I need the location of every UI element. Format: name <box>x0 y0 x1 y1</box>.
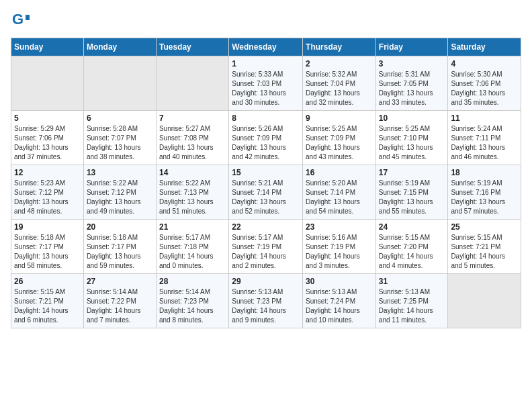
day-info: Sunrise: 5:26 AM Sunset: 7:09 PM Dayligh… <box>232 124 300 162</box>
day-number: 18 <box>451 168 518 177</box>
calendar-cell: 7Sunrise: 5:27 AM Sunset: 7:08 PM Daylig… <box>156 111 228 165</box>
calendar-cell: 16Sunrise: 5:20 AM Sunset: 7:14 PM Dayli… <box>303 165 376 220</box>
day-number: 12 <box>14 168 81 177</box>
day-number: 19 <box>14 222 81 232</box>
calendar-cell: 14Sunrise: 5:22 AM Sunset: 7:13 PM Dayli… <box>156 165 228 220</box>
calendar-cell: 25Sunrise: 5:15 AM Sunset: 7:21 PM Dayli… <box>448 220 521 274</box>
day-number: 29 <box>232 277 300 286</box>
day-number: 26 <box>14 277 81 286</box>
calendar-cell: 11Sunrise: 5:24 AM Sunset: 7:11 PM Dayli… <box>448 111 521 165</box>
day-info: Sunrise: 5:28 AM Sunset: 7:07 PM Dayligh… <box>87 124 153 162</box>
day-header-tuesday: Tuesday <box>156 38 228 56</box>
calendar-cell: 30Sunrise: 5:13 AM Sunset: 7:24 PM Dayli… <box>303 274 376 328</box>
day-info: Sunrise: 5:22 AM Sunset: 7:13 PM Dayligh… <box>159 179 226 216</box>
calendar-cell: 10Sunrise: 5:25 AM Sunset: 7:10 PM Dayli… <box>375 111 448 165</box>
day-info: Sunrise: 5:18 AM Sunset: 7:17 PM Dayligh… <box>14 233 81 271</box>
day-number: 30 <box>306 277 373 286</box>
day-number: 21 <box>159 222 226 232</box>
day-number: 9 <box>306 113 373 123</box>
day-number: 22 <box>232 222 300 232</box>
day-number: 5 <box>14 113 81 123</box>
calendar-cell: 31Sunrise: 5:13 AM Sunset: 7:25 PM Dayli… <box>375 274 448 328</box>
day-info: Sunrise: 5:18 AM Sunset: 7:17 PM Dayligh… <box>87 233 153 271</box>
day-number: 28 <box>159 277 226 286</box>
day-number: 17 <box>379 168 445 177</box>
calendar-cell: 9Sunrise: 5:25 AM Sunset: 7:09 PM Daylig… <box>303 111 376 165</box>
day-header-monday: Monday <box>83 38 156 56</box>
day-number: 13 <box>87 168 153 177</box>
day-info: Sunrise: 5:17 AM Sunset: 7:18 PM Dayligh… <box>159 233 226 271</box>
calendar-cell: 15Sunrise: 5:21 AM Sunset: 7:14 PM Dayli… <box>229 165 303 220</box>
day-info: Sunrise: 5:16 AM Sunset: 7:19 PM Dayligh… <box>306 233 373 271</box>
day-number: 24 <box>379 222 445 232</box>
calendar-cell: 28Sunrise: 5:14 AM Sunset: 7:23 PM Dayli… <box>156 274 228 328</box>
day-number: 25 <box>451 222 518 232</box>
day-number: 10 <box>379 113 445 123</box>
day-info: Sunrise: 5:25 AM Sunset: 7:09 PM Dayligh… <box>306 124 373 162</box>
day-number: 20 <box>87 222 153 232</box>
day-info: Sunrise: 5:23 AM Sunset: 7:12 PM Dayligh… <box>14 179 81 216</box>
day-info: Sunrise: 5:13 AM Sunset: 7:23 PM Dayligh… <box>232 287 300 325</box>
day-number: 16 <box>306 168 373 177</box>
day-info: Sunrise: 5:17 AM Sunset: 7:19 PM Dayligh… <box>232 233 300 271</box>
calendar-cell <box>448 274 521 328</box>
day-info: Sunrise: 5:15 AM Sunset: 7:20 PM Dayligh… <box>379 233 445 271</box>
calendar-week-row: 5Sunrise: 5:29 AM Sunset: 7:06 PM Daylig… <box>11 111 521 165</box>
day-number: 2 <box>306 59 373 68</box>
day-info: Sunrise: 5:20 AM Sunset: 7:14 PM Dayligh… <box>306 179 373 216</box>
day-info: Sunrise: 5:21 AM Sunset: 7:14 PM Dayligh… <box>232 179 300 216</box>
calendar-cell: 8Sunrise: 5:26 AM Sunset: 7:09 PM Daylig… <box>229 111 303 165</box>
calendar-week-row: 26Sunrise: 5:15 AM Sunset: 7:21 PM Dayli… <box>11 274 521 328</box>
day-info: Sunrise: 5:33 AM Sunset: 7:03 PM Dayligh… <box>232 70 300 107</box>
calendar-cell: 4Sunrise: 5:30 AM Sunset: 7:06 PM Daylig… <box>448 56 521 111</box>
calendar-week-row: 12Sunrise: 5:23 AM Sunset: 7:12 PM Dayli… <box>11 165 521 220</box>
day-info: Sunrise: 5:19 AM Sunset: 7:16 PM Dayligh… <box>451 179 518 216</box>
calendar-cell: 19Sunrise: 5:18 AM Sunset: 7:17 PM Dayli… <box>11 220 84 274</box>
day-number: 3 <box>379 59 445 68</box>
day-info: Sunrise: 5:22 AM Sunset: 7:12 PM Dayligh… <box>87 179 153 216</box>
calendar-header-row: SundayMondayTuesdayWednesdayThursdayFrid… <box>11 38 521 56</box>
calendar-week-row: 1Sunrise: 5:33 AM Sunset: 7:03 PM Daylig… <box>11 56 521 111</box>
calendar-cell <box>83 56 156 111</box>
day-number: 31 <box>379 277 445 286</box>
svg-text:G: G <box>12 11 24 28</box>
calendar-header: G <box>11 11 521 30</box>
logo-icon: G <box>11 11 30 30</box>
day-number: 4 <box>451 59 518 68</box>
day-info: Sunrise: 5:24 AM Sunset: 7:11 PM Dayligh… <box>451 124 518 162</box>
day-number: 11 <box>451 113 518 123</box>
calendar-cell: 13Sunrise: 5:22 AM Sunset: 7:12 PM Dayli… <box>83 165 156 220</box>
day-info: Sunrise: 5:32 AM Sunset: 7:04 PM Dayligh… <box>306 70 373 107</box>
calendar-cell: 12Sunrise: 5:23 AM Sunset: 7:12 PM Dayli… <box>11 165 84 220</box>
calendar-cell: 1Sunrise: 5:33 AM Sunset: 7:03 PM Daylig… <box>229 56 303 111</box>
day-info: Sunrise: 5:30 AM Sunset: 7:06 PM Dayligh… <box>451 70 518 107</box>
day-info: Sunrise: 5:29 AM Sunset: 7:06 PM Dayligh… <box>14 124 81 162</box>
calendar-cell: 29Sunrise: 5:13 AM Sunset: 7:23 PM Dayli… <box>229 274 303 328</box>
day-info: Sunrise: 5:25 AM Sunset: 7:10 PM Dayligh… <box>379 124 445 162</box>
calendar-cell: 3Sunrise: 5:31 AM Sunset: 7:05 PM Daylig… <box>375 56 448 111</box>
day-info: Sunrise: 5:27 AM Sunset: 7:08 PM Dayligh… <box>159 124 226 162</box>
day-header-saturday: Saturday <box>448 38 521 56</box>
day-info: Sunrise: 5:31 AM Sunset: 7:05 PM Dayligh… <box>379 70 445 107</box>
day-info: Sunrise: 5:14 AM Sunset: 7:22 PM Dayligh… <box>87 287 153 325</box>
calendar-cell: 17Sunrise: 5:19 AM Sunset: 7:15 PM Dayli… <box>375 165 448 220</box>
day-info: Sunrise: 5:15 AM Sunset: 7:21 PM Dayligh… <box>14 287 81 325</box>
day-number: 8 <box>232 113 300 123</box>
day-info: Sunrise: 5:19 AM Sunset: 7:15 PM Dayligh… <box>379 179 445 216</box>
calendar-cell: 27Sunrise: 5:14 AM Sunset: 7:22 PM Dayli… <box>83 274 156 328</box>
day-number: 1 <box>232 59 300 68</box>
day-info: Sunrise: 5:13 AM Sunset: 7:24 PM Dayligh… <box>306 287 373 325</box>
day-number: 14 <box>159 168 226 177</box>
calendar-cell: 2Sunrise: 5:32 AM Sunset: 7:04 PM Daylig… <box>303 56 376 111</box>
calendar-cell: 24Sunrise: 5:15 AM Sunset: 7:20 PM Dayli… <box>375 220 448 274</box>
day-number: 27 <box>87 277 153 286</box>
calendar-cell: 22Sunrise: 5:17 AM Sunset: 7:19 PM Dayli… <box>229 220 303 274</box>
day-header-sunday: Sunday <box>11 38 84 56</box>
calendar-cell <box>11 56 84 111</box>
day-header-friday: Friday <box>375 38 448 56</box>
day-number: 7 <box>159 113 226 123</box>
calendar-cell: 18Sunrise: 5:19 AM Sunset: 7:16 PM Dayli… <box>448 165 521 220</box>
calendar-cell: 23Sunrise: 5:16 AM Sunset: 7:19 PM Dayli… <box>303 220 376 274</box>
day-info: Sunrise: 5:14 AM Sunset: 7:23 PM Dayligh… <box>159 287 226 325</box>
day-header-wednesday: Wednesday <box>229 38 303 56</box>
